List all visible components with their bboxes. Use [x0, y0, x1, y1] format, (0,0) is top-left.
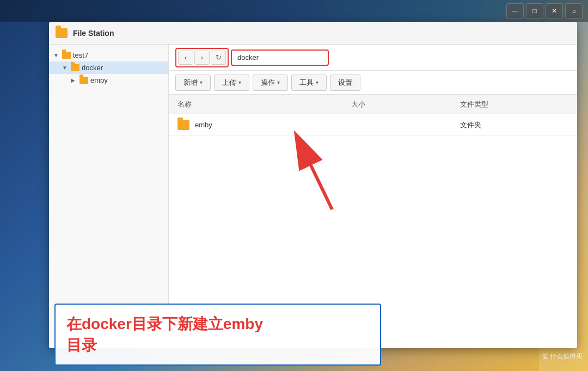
col-header-size: 大小	[340, 100, 460, 109]
sidebar-item-emby[interactable]: ▶ emby	[49, 74, 168, 86]
refresh-button[interactable]: ↻	[211, 51, 226, 65]
settings-button[interactable]: 设置	[330, 75, 360, 91]
action-button[interactable]: 操作 ▾	[253, 75, 288, 91]
upload-dropdown-arrow: ▾	[238, 79, 241, 85]
app-icon	[56, 28, 68, 38]
sidebar-item-test7[interactable]: ▼ test7	[49, 49, 168, 61]
col-header-type: 文件类型	[460, 100, 568, 109]
folder-icon-test7	[62, 52, 71, 59]
address-input[interactable]	[231, 50, 329, 66]
folder-icon-docker	[71, 64, 79, 71]
minimize-button[interactable]: —	[506, 3, 524, 18]
table-row[interactable]: emby 文件夹	[169, 114, 577, 136]
taskbar-top: — □ ✕ ⌕	[0, 0, 588, 22]
back-button[interactable]: ‹	[178, 51, 193, 65]
new-dropdown-arrow: ▾	[200, 79, 203, 85]
sidebar: ▼ test7 ▼ docker ▶ emby	[49, 45, 169, 348]
forward-button[interactable]: ›	[194, 51, 210, 65]
annotation-box: 在docker目录下新建立emby目录	[54, 304, 381, 366]
new-button[interactable]: 新增 ▾	[175, 75, 211, 91]
file-row-name: emby	[177, 120, 340, 130]
search-button[interactable]: ⌕	[565, 3, 583, 18]
folder-icon-emby-row	[177, 120, 189, 130]
annotation-text: 在docker目录下新建立emby目录	[66, 313, 369, 356]
col-header-name: 名称	[177, 100, 340, 109]
tools-button[interactable]: 工具 ▾	[291, 75, 327, 91]
folder-icon-emby	[79, 77, 88, 84]
main-panel: ‹ › ↻ 新增 ▾ 上传 ▾ 操作 ▾	[169, 45, 577, 348]
maximize-button[interactable]: □	[526, 3, 543, 18]
sidebar-item-docker[interactable]: ▼ docker	[49, 61, 168, 74]
file-type-label: 文件夹	[460, 120, 568, 130]
nav-button-group: ‹ › ↻	[175, 48, 229, 67]
toolbar: 新增 ▾ 上传 ▾ 操作 ▾ 工具 ▾ 设置	[169, 71, 577, 95]
address-bar: ‹ › ↻	[169, 45, 577, 71]
sidebar-label-docker: docker	[82, 64, 103, 72]
content-area: ▼ test7 ▼ docker ▶ emby ‹	[49, 45, 577, 348]
title-bar: File Station	[49, 22, 577, 45]
file-name-label: emby	[195, 121, 212, 129]
tree-arrow-docker: ▼	[62, 65, 69, 71]
sidebar-label-emby: emby	[90, 76, 108, 84]
sidebar-label-test7: test7	[73, 51, 88, 59]
action-dropdown-arrow: ▾	[277, 79, 280, 85]
watermark-text: 值 什么值得买	[542, 352, 583, 361]
window-title: File Station	[73, 29, 114, 38]
file-station-window: File Station ▼ test7 ▼ docker ▶ emby	[49, 22, 577, 348]
file-table-header: 名称 大小 文件类型	[169, 95, 577, 114]
tools-dropdown-arrow: ▾	[316, 79, 318, 85]
tree-arrow-test7: ▼	[53, 52, 60, 58]
upload-button[interactable]: 上传 ▾	[214, 75, 249, 91]
close-button[interactable]: ✕	[546, 3, 563, 18]
tree-arrow-emby: ▶	[71, 77, 77, 83]
watermark: 值 什么值得买	[542, 352, 583, 361]
